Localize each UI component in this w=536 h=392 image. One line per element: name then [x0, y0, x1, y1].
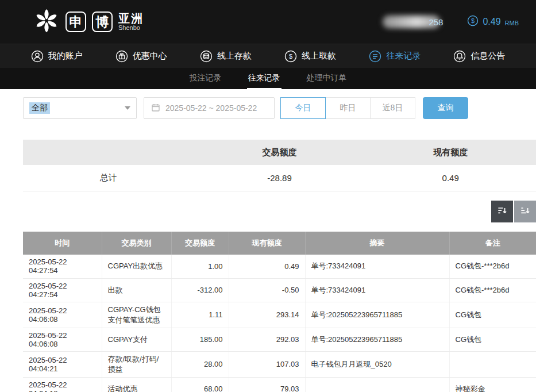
- cell-summary: 单号:733424091: [305, 278, 449, 302]
- cell-time: 2025-05-22 04:04:18: [23, 377, 102, 392]
- cell-type: 出款: [102, 278, 171, 302]
- nav-item-announcements[interactable]: 信息公告: [453, 50, 505, 63]
- cell-remark: CG钱包: [449, 302, 536, 328]
- cell-transaction-amount: 68.00: [171, 377, 229, 392]
- cell-time: 2025-05-22 04:06:08: [23, 328, 102, 351]
- cell-current-amount: 79.03: [229, 377, 305, 392]
- range-button-last8days[interactable]: 近8日: [370, 97, 415, 119]
- cell-summary: 单号:202505223965711885: [305, 302, 449, 328]
- svg-text:$: $: [471, 17, 475, 24]
- cell-remark: [449, 351, 536, 377]
- top-right: 258 $ 0.49 RMB: [383, 15, 519, 29]
- tab-transaction-records[interactable]: 往来记录: [247, 68, 282, 89]
- nav-label: 我的账户: [48, 51, 83, 62]
- cell-remark: CG钱包-***2b6d: [449, 278, 536, 302]
- col-header-transaction-amount: 交易额度: [171, 232, 229, 255]
- nav-item-my-account[interactable]: 我的账户: [31, 50, 83, 63]
- cell-summary: 单号:733424091: [305, 255, 449, 278]
- logo-region-en: Shenbo: [118, 25, 144, 32]
- table-row: 2025-05-22 04:06:08 CGPAY-CG钱包支付笔笔送优惠 1.…: [23, 302, 536, 328]
- nav-label: 信息公告: [471, 51, 505, 62]
- logo-region: 亚洲 Shenbo: [118, 13, 144, 32]
- summary-table: 交易额度 现有额度 总计 -28.89 0.49: [23, 140, 536, 191]
- calendar-icon: [151, 103, 160, 114]
- table-row: 2025-05-22 04:04:21 存款/取款/打码/损益 28.00 10…: [23, 351, 536, 377]
- cell-transaction-amount: 1.11: [171, 302, 229, 328]
- col-header-current-amount: 现有额度: [229, 232, 305, 255]
- balance-display[interactable]: $ 0.49 RMB: [467, 15, 519, 29]
- cell-remark: CG钱包: [449, 328, 536, 351]
- range-button-yesterday[interactable]: 昨日: [325, 97, 371, 119]
- summary-transaction-total: -28.89: [194, 173, 365, 183]
- withdraw-dollar-icon: $: [284, 50, 297, 63]
- nav-item-online-deposit[interactable]: 线上存款: [200, 50, 252, 63]
- cell-current-amount: 0.49: [229, 255, 305, 278]
- sort-descending-button[interactable]: [491, 201, 513, 222]
- table-row: 2025-05-22 04:04:18 活动优惠 68.00 79.03 神秘彩…: [23, 377, 536, 392]
- balance-currency: RMB: [505, 20, 519, 26]
- type-select-value: 全部: [29, 102, 50, 114]
- site-logo[interactable]: 申 博 亚洲 Shenbo: [33, 7, 144, 36]
- account-number: 258: [383, 16, 443, 28]
- summary-total-label: 总计: [23, 172, 194, 183]
- cell-current-amount: 292.03: [229, 328, 305, 351]
- date-range-picker[interactable]: 2025-05-22 ~ 2025-05-22: [144, 97, 275, 119]
- cell-remark: 神秘彩金: [449, 377, 536, 392]
- dollar-circle-icon: $: [467, 15, 479, 29]
- query-button[interactable]: 查询: [423, 97, 468, 119]
- cell-time: 2025-05-22 04:06:08: [23, 302, 102, 328]
- range-button-today[interactable]: 今日: [280, 97, 326, 119]
- svg-text:$: $: [289, 53, 292, 60]
- chevron-down-icon: [125, 106, 130, 110]
- summary-header-current-amount: 现有额度: [365, 147, 536, 158]
- cell-time: 2025-05-22 04:04:21: [23, 351, 102, 377]
- flower-logo-icon: [33, 7, 60, 36]
- table-row: 2025-05-22 04:27:54 CGPAY出款优惠 1.00 0.49 …: [23, 255, 536, 278]
- sort-ascending-button[interactable]: [514, 201, 536, 222]
- cell-time: 2025-05-22 04:27:54: [23, 255, 102, 278]
- page: 申 博 亚洲 Shenbo 258 $ 0.49 RMB: [0, 0, 536, 392]
- nav-label: 往来记录: [386, 51, 421, 62]
- nav-item-transaction-records[interactable]: 往来记录: [369, 50, 421, 63]
- cell-summary: 单号:202505223965711885: [305, 328, 449, 351]
- cell-current-amount: 293.14: [229, 302, 305, 328]
- cell-transaction-amount: 185.00: [171, 328, 229, 351]
- filter-row: 全部 2025-05-22 ~ 2025-05-22 今日 昨日 近8日 查询: [23, 97, 536, 119]
- nav-item-promo-center[interactable]: 优惠中心: [115, 50, 167, 63]
- bell-icon: [453, 50, 466, 63]
- table-row: 2025-05-22 04:27:54 出款 -312.00 -0.50 单号:…: [23, 278, 536, 302]
- table-body: 2025-05-22 04:27:54 CGPAY出款优惠 1.00 0.49 …: [23, 255, 536, 392]
- cell-transaction-amount: 28.00: [171, 351, 229, 377]
- main-nav: 我的账户 优惠中心 线上存款: [0, 44, 536, 68]
- gift-icon: [115, 50, 128, 63]
- cell-type: CGPAY支付: [102, 328, 171, 351]
- account-visible-digits: 258: [429, 17, 443, 27]
- nav-label: 优惠中心: [133, 51, 167, 62]
- col-header-type: 交易类别: [102, 232, 171, 255]
- type-select[interactable]: 全部: [23, 97, 137, 119]
- tab-bet-records[interactable]: 投注记录: [188, 68, 223, 89]
- cell-remark: CG钱包-***2b6d: [449, 255, 536, 278]
- cell-summary: [305, 377, 449, 392]
- records-icon: [369, 50, 381, 63]
- cell-type: CGPAY出款优惠: [102, 255, 171, 278]
- cell-time: 2025-05-22 04:27:54: [23, 278, 102, 302]
- sub-nav: 投注记录 往来记录 处理中订单: [0, 68, 536, 89]
- logo-char-shen: 申: [65, 11, 86, 32]
- balance-amount: 0.49: [483, 17, 500, 27]
- col-header-remark: 备注: [449, 232, 536, 255]
- top-bar: 申 博 亚洲 Shenbo 258 $ 0.49 RMB: [0, 0, 536, 44]
- logo-char-bo: 博: [92, 11, 113, 32]
- nav-label: 线上取款: [302, 51, 336, 62]
- col-header-time: 时间: [23, 232, 102, 255]
- sort-ascending-icon: [519, 205, 531, 218]
- table-row: 2025-05-22 04:06:08 CGPAY支付 185.00 292.0…: [23, 328, 536, 351]
- summary-header-row: 交易额度 现有额度: [23, 140, 536, 165]
- nav-item-online-withdraw[interactable]: $ 线上取款: [284, 50, 336, 63]
- summary-header-transaction-amount: 交易额度: [194, 147, 365, 158]
- tab-processing-orders[interactable]: 处理中订单: [306, 68, 348, 89]
- user-icon: [31, 50, 44, 63]
- summary-total-row: 总计 -28.89 0.49: [23, 165, 536, 191]
- logo-region-cn: 亚洲: [118, 13, 144, 25]
- cell-type: 活动优惠: [102, 377, 171, 392]
